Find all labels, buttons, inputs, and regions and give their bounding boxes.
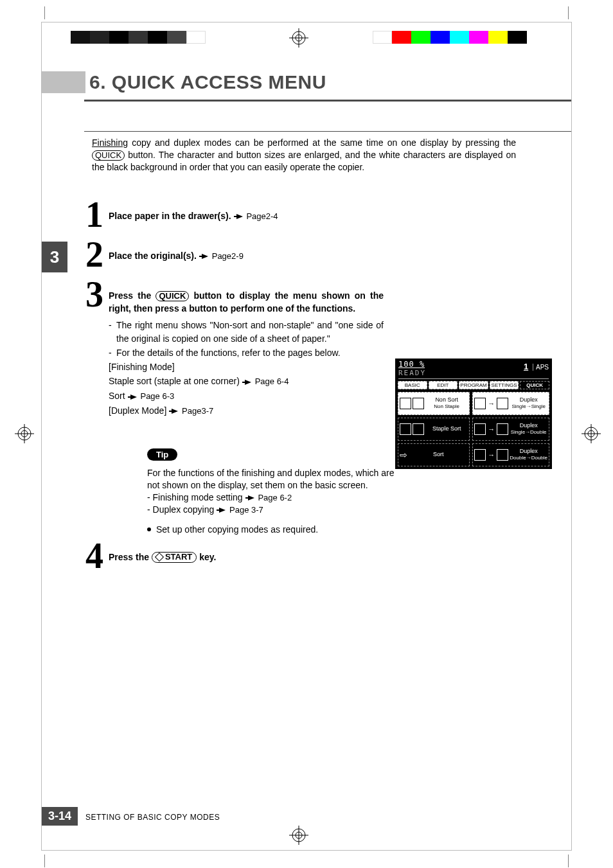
tip-body: For the functions of the finishing and d… xyxy=(147,468,394,490)
crop-mark-bl xyxy=(26,848,45,867)
page-heading: 6. QUICK ACCESS MENU xyxy=(89,71,326,93)
arrow-icon xyxy=(130,394,137,400)
step-2-title: Place the original(s). xyxy=(109,251,197,261)
arrow-right-icon: → xyxy=(488,400,495,407)
heading-accent-bar xyxy=(42,71,85,93)
arrow-icon xyxy=(202,254,208,259)
finishing-mode-label: [Finishing Mode] xyxy=(109,360,384,373)
display-tabs: BASIC EDIT PROGRAM SETTINGS QUICK xyxy=(396,379,551,392)
step-2-ref: Page2-9 xyxy=(212,251,244,261)
chapter-tab: 3 xyxy=(42,242,67,272)
tip-section: Tip For the functions of the finishing a… xyxy=(147,448,404,535)
step-number: 3 xyxy=(80,276,109,312)
display-btn-duplex-dd[interactable]: → DuplexDouble→Double xyxy=(472,443,549,466)
step-1-title: Place paper in the drawer(s). xyxy=(109,211,231,221)
step-2: 2 Place the original(s). Page2-9 xyxy=(80,249,556,285)
footer-section-title: SETTING OF BASIC COPY MODES xyxy=(85,813,220,822)
page-icon xyxy=(497,423,508,435)
diamond-icon xyxy=(155,553,164,562)
step-number: 1 xyxy=(80,197,109,233)
display-zoom: 100 % xyxy=(398,360,425,369)
copier-display-illustration: 100 % READY 1 APS BASIC EDIT PROGRAM SET… xyxy=(395,359,552,469)
footer-page-number: 3-14 xyxy=(42,807,78,826)
display-btn-duplex-sd[interactable]: → DuplexSingle→Double xyxy=(472,418,549,441)
step-number: 2 xyxy=(80,236,109,272)
page-icon xyxy=(497,398,508,409)
staple-sort-line: Staple sort (staple at one corner) Page … xyxy=(109,375,384,388)
page-icon xyxy=(474,423,486,435)
duplex-mode-line: [Duplex Mode] Page3-7 xyxy=(109,404,384,418)
sort-line: Sort Page 6-3 xyxy=(109,389,384,403)
arrow-icon xyxy=(219,508,226,513)
intro-paragraph: Finishing copy and duplex modes can be p… xyxy=(92,137,516,173)
page-footer: 3-14 SETTING OF BASIC COPY MODES xyxy=(42,807,571,826)
arrow-right-icon: → xyxy=(488,425,495,433)
heading-row: 6. QUICK ACCESS MENU xyxy=(42,71,571,93)
crop-mark-br xyxy=(568,848,587,867)
arrow-icon xyxy=(236,214,243,219)
step-3-note-2: For the details of the functions, refer … xyxy=(109,346,384,359)
display-btn-nonsort[interactable]: Non SortNon Staple xyxy=(398,392,470,415)
arrow-icon xyxy=(245,380,251,385)
tip-badge: Tip xyxy=(147,448,177,461)
display-aps: APS xyxy=(533,364,549,371)
step-4: 4 Press the START key. xyxy=(80,551,556,587)
quick-key-icon: QUICK xyxy=(155,291,189,301)
step-1: 1 Place paper in the drawer(s). Page2-4 xyxy=(80,209,556,245)
stack-icon xyxy=(413,398,424,409)
tip-item-2: - Duplex copying Page 3-7 xyxy=(147,504,404,516)
page-icon xyxy=(474,398,486,409)
stack-icon xyxy=(413,423,424,435)
display-tab-settings[interactable]: SETTINGS xyxy=(490,381,519,389)
registration-mark-right xyxy=(578,424,604,443)
display-btn-duplex-ss[interactable]: → DuplexSingle→Single xyxy=(472,392,549,415)
sort-icon: ⇨ xyxy=(400,450,407,460)
intro-underlined-word: Finishing xyxy=(92,137,128,148)
step-3: 3 Press the QUICK button to display the … xyxy=(80,289,556,419)
heading-underline-thick xyxy=(84,100,571,102)
display-tab-quick[interactable]: QUICK xyxy=(520,381,549,389)
stack-icon xyxy=(400,398,411,409)
step-number: 4 xyxy=(80,538,109,574)
display-tab-program[interactable]: PROGRAM xyxy=(459,381,488,389)
display-btn-sort[interactable]: ⇨ Sort xyxy=(398,443,470,466)
step-1-ref: Page2-4 xyxy=(246,211,278,221)
page-icon xyxy=(474,449,486,461)
start-key-icon: START xyxy=(152,552,197,562)
tip-item-1: - Finishing mode setting Page 6-2 xyxy=(147,492,404,504)
step-3-notes: The right menu shows "Non-sort and non-s… xyxy=(109,319,384,359)
display-tab-edit[interactable]: EDIT xyxy=(429,381,458,389)
step-3-note-1: The right menu shows "Non-sort and non-s… xyxy=(109,319,384,345)
registration-mark-left xyxy=(12,424,37,443)
page-icon xyxy=(497,449,508,461)
steps-container: 1 Place paper in the drawer(s). Page2-4 … xyxy=(80,209,556,587)
display-count: 1 xyxy=(524,362,528,371)
step-4-title: Press the START key. xyxy=(109,552,216,562)
arrow-icon xyxy=(172,409,178,414)
arrow-right-icon: → xyxy=(488,451,495,459)
arrow-icon xyxy=(248,495,254,500)
display-tab-basic[interactable]: BASIC xyxy=(398,381,427,389)
tip-extra: Set up other copying modes as required. xyxy=(147,524,404,536)
quick-key-icon: QUICK xyxy=(92,150,125,161)
page-frame: 6. QUICK ACCESS MENU Finishing copy and … xyxy=(41,22,572,851)
stack-icon xyxy=(400,423,411,435)
step-3-title: Press the QUICK button to display the me… xyxy=(109,289,384,315)
display-btn-staplesort[interactable]: Staple Sort xyxy=(398,418,470,441)
intro-top-rule xyxy=(84,131,571,132)
display-ready: READY xyxy=(398,369,426,377)
